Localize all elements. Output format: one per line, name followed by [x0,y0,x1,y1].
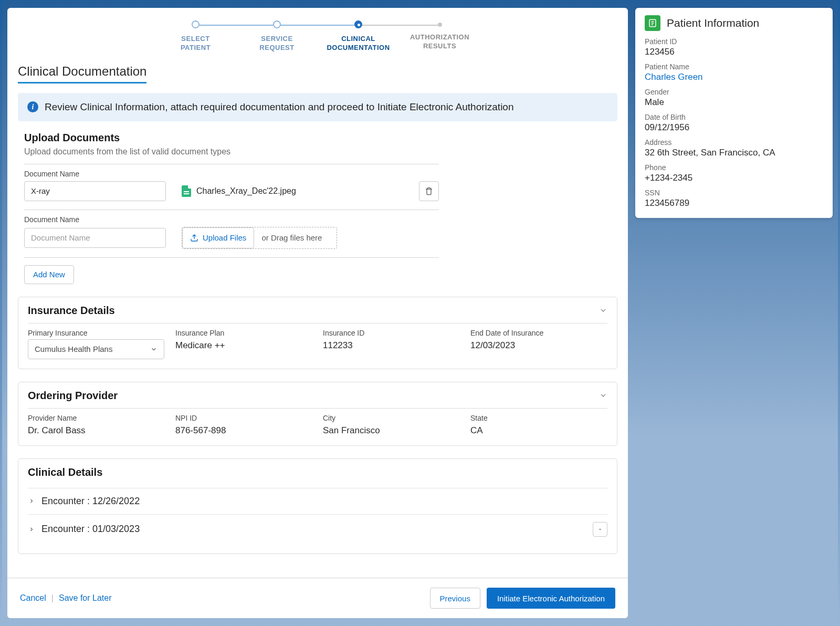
insurance-id-value: 112233 [323,340,460,351]
provider-name-value: Dr. Carol Bass [28,425,165,436]
patient-phone-label: Phone [645,163,823,172]
insurance-id-label: Insurance ID [323,329,460,337]
insurance-end-label: End Date of Insurance [470,329,607,337]
document-name-label-2: Document Name [24,215,439,224]
patient-ssn-label: SSN [645,189,823,197]
provider-state-label: State [470,414,607,422]
encounter-options-button[interactable] [593,522,607,537]
previous-button[interactable]: Previous [430,588,480,609]
patient-address-label: Address [645,138,823,147]
trash-icon [425,187,433,195]
chevron-right-icon [28,526,35,533]
chevron-down-icon [599,391,607,400]
document-name-label: Document Name [24,170,439,178]
insurance-plan-label: Insurance Plan [175,329,312,337]
add-new-button[interactable]: Add New [24,265,74,284]
expand-icon[interactable] [28,498,35,504]
upload-icon [190,234,198,242]
document-name-input-1[interactable] [24,181,166,201]
upload-documents-heading: Upload Documents [24,132,611,144]
uploaded-file-chip: Charles_Xray_Dec'22.jpeg [182,185,403,197]
document-name-input-2[interactable] [24,228,166,248]
ordering-provider-title: Ordering Provider [28,390,118,402]
patient-id-label: Patient ID [645,37,823,46]
patient-gender-value: Male [645,97,823,108]
npi-id-value: 876-567-898 [175,425,312,436]
chevron-down-icon [599,306,607,315]
patient-info-icon [645,15,660,31]
clinical-details-card: Clinical Details Encounter : 12/26/2022 … [18,458,617,554]
upload-documents-sub: Upload documents from the list of valid … [24,147,611,156]
insurance-details-card: Insurance Details Primary Insurance Cumu… [18,297,617,369]
patient-info-title: Patient Information [667,17,759,29]
file-icon [182,185,191,197]
main-content: SELECT PATIENT SERVICE REQUEST [7,8,628,618]
encounter-row-2[interactable]: Encounter : 01/03/2023 [28,514,607,544]
upload-dropzone[interactable]: Upload Files or Drag files here [182,227,337,249]
primary-insurance-select[interactable]: Cumulus Health Plans [28,339,164,359]
insurance-details-title: Insurance Details [28,305,115,317]
patient-information-card: Patient Information Patient ID 123456 Pa… [635,8,833,218]
caret-down-icon [597,527,603,532]
npi-id-label: NPI ID [175,414,312,422]
chevron-right-icon [28,498,35,504]
review-banner: i Review Clinical Information, attach re… [18,93,617,121]
delete-file-button[interactable] [419,181,439,201]
patient-dob-label: Date of Birth [645,113,823,121]
patient-id-value: 123456 [645,47,823,57]
chevron-down-icon [150,346,158,353]
encounter-label-2: Encounter : 01/03/2023 [41,524,140,535]
footer: Cancel | Save for Later Previous Initiat… [7,578,628,618]
patient-gender-label: Gender [645,88,823,96]
review-text: Review Clinical Information, attach requ… [45,101,514,113]
primary-insurance-label: Primary Insurance [28,329,165,337]
patient-address-value: 32 6th Street, San Francisco, CA [645,148,823,158]
page-title: Clinical Documentation [18,64,146,84]
patient-phone-value: +1234-2345 [645,173,823,183]
step-select-patient[interactable]: SELECT PATIENT [155,20,236,53]
collapse-toggle[interactable] [599,391,607,400]
uploaded-file-name: Charles_Xray_Dec'22.jpeg [196,186,296,196]
initiate-authorization-button[interactable]: Initiate Electronic Authorization [487,588,615,609]
patient-ssn-value: 123456789 [645,198,823,208]
clinical-details-title: Clinical Details [28,466,102,478]
encounter-label-1: Encounter : 12/26/2022 [41,496,140,507]
provider-city-label: City [323,414,460,422]
patient-dob-value: 09/12/1956 [645,122,823,133]
patient-name-link[interactable]: Charles Green [645,72,823,82]
patient-name-label: Patient Name [645,62,823,71]
info-icon: i [27,101,38,112]
upload-files-button[interactable]: Upload Files [182,227,254,248]
progress-stepper: SELECT PATIENT SERVICE REQUEST [7,8,628,58]
drag-hint: or Drag files here [254,233,329,242]
provider-name-label: Provider Name [28,414,165,422]
ordering-provider-card: Ordering Provider Provider Name Dr. Caro… [18,382,617,446]
insurance-plan-value: Medicare ++ [175,340,312,351]
encounter-row-1[interactable]: Encounter : 12/26/2022 [28,488,607,514]
save-for-later-link[interactable]: Save for Later [59,593,112,603]
cancel-link[interactable]: Cancel [20,593,46,603]
collapse-toggle[interactable] [599,306,607,315]
provider-state-value: CA [470,425,607,436]
expand-icon[interactable] [28,526,35,533]
provider-city-value: San Francisco [323,425,460,436]
insurance-end-value: 12/03/2023 [470,340,607,351]
